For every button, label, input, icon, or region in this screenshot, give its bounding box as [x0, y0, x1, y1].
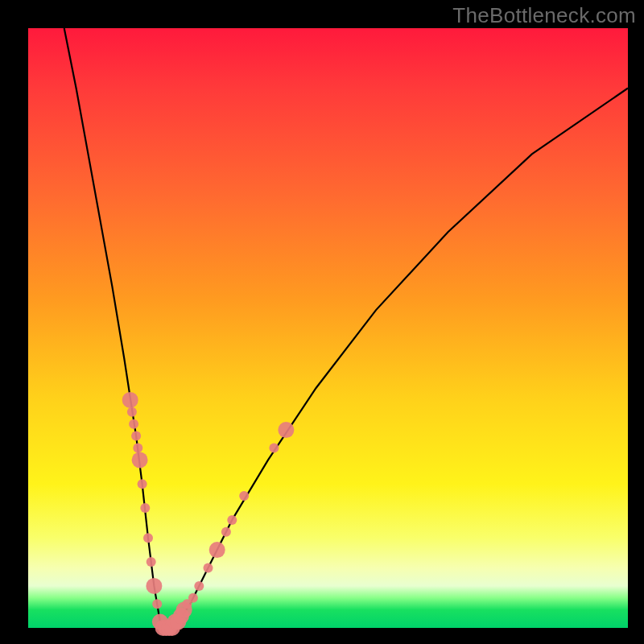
data-marker [143, 533, 153, 543]
plot-area [28, 28, 628, 628]
data-marker [269, 444, 279, 453]
data-marker [152, 599, 162, 609]
data-marker [204, 564, 213, 573]
data-marker [278, 422, 294, 438]
data-marker [133, 444, 142, 453]
watermark-text: TheBottleneck.com [452, 3, 636, 28]
data-marker [129, 419, 138, 429]
data-marker [194, 581, 204, 591]
data-marker [209, 542, 225, 558]
data-marker [227, 515, 237, 525]
curve-markers [122, 392, 295, 636]
curve-layer [28, 28, 628, 628]
data-marker [188, 593, 198, 603]
data-marker [138, 479, 147, 489]
data-marker [221, 527, 231, 537]
data-marker [146, 578, 162, 594]
data-marker [147, 557, 156, 567]
data-marker [140, 503, 150, 513]
data-marker [132, 452, 148, 468]
data-marker [131, 431, 141, 441]
data-marker [239, 491, 249, 501]
data-marker [127, 407, 137, 417]
data-marker [122, 392, 138, 408]
chart-frame: TheBottleneck.com [0, 0, 644, 644]
